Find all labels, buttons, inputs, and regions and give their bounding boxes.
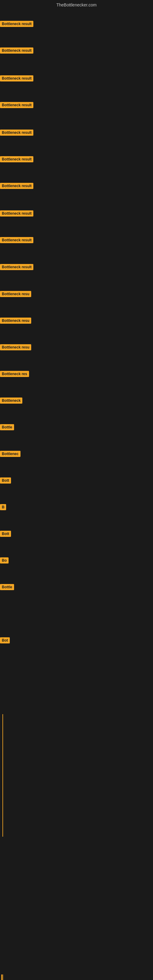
bottleneck-badge[interactable]: B [0,504,6,510]
bottleneck-row: Bottleneck result [0,264,33,270]
bottleneck-row: Bottleneck result [0,183,33,189]
bottleneck-row: Bottleneck res [0,371,29,377]
bottleneck-row: Bott [0,531,11,537]
bottleneck-row: Bottleneck resu [0,344,31,350]
bottleneck-row: Bott [0,477,11,484]
bottleneck-badge[interactable]: Bottleneck result [0,102,33,108]
bottleneck-badge[interactable]: Bottleneck result [0,21,33,27]
bottleneck-badge[interactable]: Bottleneck result [0,75,33,81]
bottleneck-row: Bottleneck [0,398,22,404]
bottleneck-row: Bottleneck result [0,75,33,81]
bottleneck-row: Bottleneck result [0,130,33,136]
vertical-line [2,714,3,837]
bottleneck-row: Bottleneck resu [0,291,31,297]
bottleneck-row: Bottlenec [0,451,21,457]
bottleneck-badge[interactable]: Bottleneck result [0,130,33,136]
bottleneck-badge[interactable]: Bottleneck resu [0,344,31,350]
bottleneck-badge[interactable]: Bottleneck result [0,210,33,216]
bottleneck-badge[interactable]: Bottleneck result [0,237,33,243]
bottleneck-badge[interactable]: Bot [0,637,10,643]
bottleneck-badge[interactable]: Bottleneck res [0,371,29,377]
bottleneck-row: B [0,504,6,510]
bottleneck-badge[interactable]: Bottleneck result [0,264,33,270]
bottleneck-badge[interactable]: Bottleneck resu [0,318,31,324]
bottleneck-badge[interactable]: Bottleneck result [0,48,33,54]
bottleneck-badge[interactable]: Bottleneck [0,398,22,404]
bottleneck-badge[interactable]: Bottlenec [0,451,21,457]
bottleneck-badge[interactable]: Bottleneck resu [0,291,31,297]
bottleneck-badge[interactable]: Bottle [0,424,14,430]
bottleneck-row: Bottleneck result [0,237,33,243]
bottleneck-row: Bottleneck result [0,102,33,108]
bottleneck-row: Bottleneck result [0,210,33,216]
site-title: TheBottlenecker.com [0,0,153,10]
bottleneck-row: Bottleneck result [0,21,33,27]
bottleneck-row: Bottleneck result [0,156,33,162]
bottleneck-badge[interactable]: Bottleneck result [0,183,33,189]
bottleneck-badge[interactable]: Bo [0,557,9,563]
bottleneck-badge[interactable]: Bottle [0,584,14,590]
bottleneck-row: Bo [0,557,9,563]
bottleneck-badge[interactable]: Bottleneck result [0,156,33,162]
bottleneck-row: Bottleneck result [0,48,33,54]
cursor-indicator [1,975,2,980]
bottleneck-badge[interactable]: Bott [0,477,11,484]
bottleneck-row: Bot [0,637,10,643]
bottleneck-row: Bottleneck resu [0,318,31,324]
bottleneck-row: Bottle [0,584,14,590]
bottleneck-badge[interactable]: Bott [0,531,11,537]
vertical-line [2,975,3,980]
bottleneck-row: Bottle [0,424,14,430]
